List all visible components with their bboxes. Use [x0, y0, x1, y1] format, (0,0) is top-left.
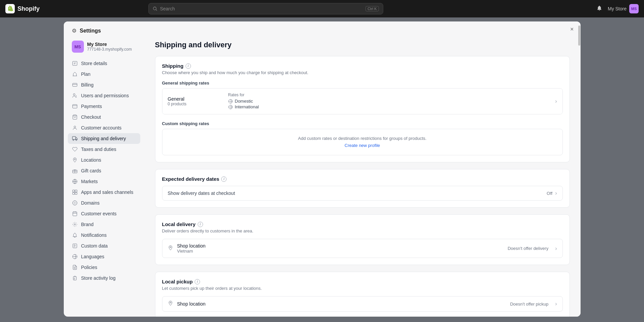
svg-point-19 — [74, 224, 76, 225]
scroll-track — [578, 34, 581, 317]
local-delivery-status: Doesn't offer delivery — [508, 246, 548, 251]
locations-icon — [72, 157, 78, 163]
general-sub: 0 products — [168, 102, 228, 106]
local-delivery-location-row[interactable]: Shop location Vietnam Doesn't offer deli… — [162, 239, 563, 258]
plan-icon — [72, 71, 78, 77]
sidebar-item-payments[interactable]: Payments — [68, 101, 140, 112]
scroll-thumb[interactable] — [578, 34, 580, 46]
sidebar-item-policies[interactable]: Policies — [68, 262, 140, 273]
sidebar-item-store-activity-log[interactable]: Store activity log — [68, 273, 140, 283]
local-pickup-status: Doesn't offer pickup — [510, 302, 548, 307]
sidebar-label-store-activity: Store activity log — [81, 275, 116, 281]
svg-point-6 — [74, 126, 76, 128]
sidebar-label-domains: Domains — [81, 200, 100, 206]
sidebar-label-customer-events: Customer events — [81, 211, 117, 216]
sidebar-item-domains[interactable]: Domains — [68, 198, 140, 208]
sidebar-item-store-details[interactable]: Store details — [68, 58, 140, 69]
sidebar-label-languages: Languages — [81, 254, 104, 259]
modal-header: ⚙ Settings × — [64, 21, 581, 34]
expected-delivery-info-icon[interactable]: i — [221, 176, 227, 182]
svg-rect-3 — [72, 83, 77, 86]
settings-sidebar: MS My Store 777148-3.myshopify.com Store… — [64, 38, 144, 317]
rates-row-general[interactable]: General 0 products Rates for — [162, 89, 562, 114]
delivery-row[interactable]: Show delivery dates at checkout Off › — [162, 186, 563, 201]
brand-icon — [72, 221, 78, 227]
shipping-info-icon[interactable]: i — [186, 63, 191, 69]
search-container: Ctrl K — [148, 3, 383, 14]
sidebar-label-custom-data: Custom data — [81, 243, 108, 249]
rates-for-label: Rates for — [228, 93, 555, 97]
sidebar-item-users-and-permissions[interactable]: Users and permissions — [68, 90, 140, 101]
gift-cards-icon — [72, 168, 78, 174]
modal-close-button[interactable]: × — [570, 26, 574, 32]
sidebar-item-brand[interactable]: Brand — [68, 219, 140, 230]
sidebar-item-billing[interactable]: Billing — [68, 79, 140, 90]
sidebar-item-languages[interactable]: Languages — [68, 251, 140, 262]
apps-icon — [72, 189, 78, 195]
sidebar-item-custom-data[interactable]: Custom data — [68, 240, 140, 251]
sidebar-label-taxes: Taxes and duties — [81, 147, 116, 152]
local-delivery-info-icon[interactable]: i — [198, 222, 203, 227]
sidebar-item-checkout[interactable]: Checkout — [68, 112, 140, 122]
local-delivery-section: Local delivery i Deliver orders directly… — [155, 214, 570, 265]
sidebar-label-markets: Markets — [81, 179, 98, 184]
svg-point-9 — [76, 140, 77, 141]
svg-rect-18 — [73, 212, 77, 216]
search-input[interactable] — [160, 6, 363, 11]
local-pickup-info-icon[interactable]: i — [195, 279, 200, 284]
local-pickup-header: Local pickup i — [162, 279, 563, 284]
sidebar-label-customer-accounts: Customer accounts — [81, 125, 122, 130]
sidebar-item-notifications[interactable]: Notifications — [68, 230, 140, 240]
store-details-icon — [72, 60, 78, 66]
checkout-icon — [72, 114, 78, 120]
sidebar-item-apps-and-sales-channels[interactable]: Apps and sales channels — [68, 187, 140, 198]
users-icon — [72, 93, 78, 99]
sidebar-item-taxes-and-duties[interactable]: Taxes and duties — [68, 144, 140, 155]
modal-title: Settings — [80, 28, 101, 34]
custom-rates-desc: Add custom rates or destination restrict… — [169, 136, 556, 141]
shipping-section: Shipping i Choose where you ship and how… — [155, 56, 570, 162]
create-profile-link[interactable]: Create new profile — [345, 143, 380, 148]
sidebar-item-gift-cards[interactable]: Gift cards — [68, 165, 140, 176]
sidebar-item-customer-events[interactable]: Customer events — [68, 208, 140, 219]
notifications-button[interactable] — [595, 4, 604, 14]
location-pin-icon — [168, 245, 173, 252]
rates-table: General 0 products Rates for — [162, 88, 563, 114]
domestic-label: Domestic — [235, 99, 253, 104]
sidebar-item-customer-accounts[interactable]: Customer accounts — [68, 122, 140, 133]
sidebar-item-shipping-and-delivery[interactable]: Shipping and delivery — [68, 133, 140, 144]
policies-icon — [72, 264, 78, 270]
pickup-location-pin-icon — [168, 301, 173, 307]
custom-rates-title: Custom shipping rates — [162, 121, 563, 126]
markets-icon — [72, 178, 78, 184]
sidebar-item-markets[interactable]: Markets — [68, 176, 140, 187]
modal-body: MS My Store 777148-3.myshopify.com Store… — [64, 34, 581, 317]
sidebar-label-shipping: Shipping and delivery — [81, 136, 126, 141]
shopify-logo[interactable]: Shopify — [5, 4, 40, 13]
sidebar-label-payments: Payments — [81, 104, 102, 109]
customer-accounts-icon — [72, 125, 78, 131]
shipping-section-header: Shipping i — [162, 63, 563, 69]
sidebar-item-locations[interactable]: Locations — [68, 155, 140, 165]
search-shortcut: Ctrl K — [365, 6, 379, 11]
svg-rect-13 — [72, 190, 75, 192]
local-delivery-location-name: Shop location — [177, 243, 504, 249]
payments-icon — [72, 103, 78, 109]
svg-point-4 — [73, 94, 75, 95]
sidebar-item-plan[interactable]: Plan — [68, 69, 140, 79]
settings-icon: ⚙ — [72, 28, 77, 34]
local-pickup-location-row[interactable]: Shop location Doesn't offer pickup › — [162, 296, 563, 312]
international-globe-icon — [228, 105, 233, 109]
shipping-desc: Choose where you ship and how much you c… — [162, 70, 563, 75]
search-box[interactable]: Ctrl K — [148, 3, 383, 14]
svg-rect-15 — [72, 193, 75, 195]
svg-rect-14 — [75, 190, 77, 192]
store-badge[interactable]: My Store MS — [608, 4, 639, 13]
svg-rect-2 — [72, 61, 77, 65]
svg-point-10 — [74, 159, 75, 160]
local-delivery-location-sub: Vietnam — [177, 249, 504, 254]
custom-rates-empty: Add custom rates or destination restrict… — [162, 129, 563, 155]
bell-icon — [596, 5, 602, 11]
topbar-right: My Store MS — [595, 4, 639, 14]
sidebar-store-url: 777148-3.myshopify.com — [87, 47, 132, 52]
